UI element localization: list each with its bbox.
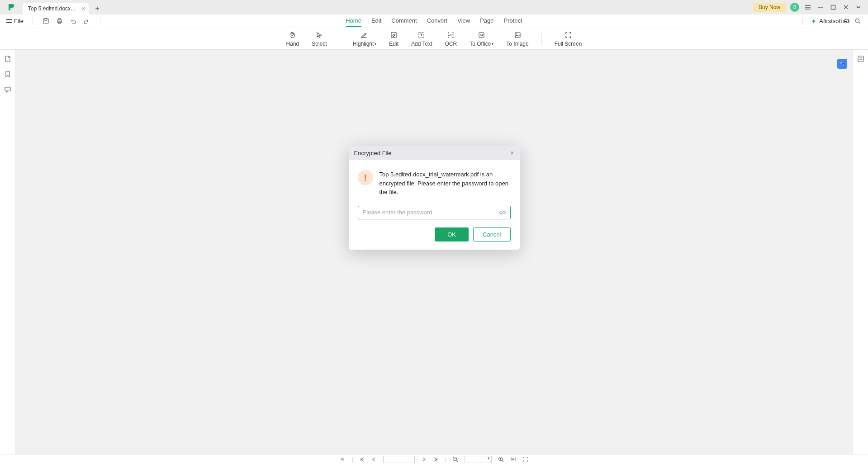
dialog-overlay: Encrypted File × ! Top 5.edited.docx_tri… [0,0,868,464]
dialog-header: Encrypted File × [349,146,520,160]
ok-button[interactable]: OK [435,227,469,241]
warning-icon: ! [358,170,373,185]
dialog-body: ! Top 5.edited.docx_trial_watermark.pdf … [349,160,520,227]
dialog-message: Top 5.edited.docx_trial_watermark.pdf is… [379,170,511,197]
dialog-footer: OK Cancel [349,227,520,250]
dialog-title: Encrypted File [354,150,392,156]
dialog-message-row: ! Top 5.edited.docx_trial_watermark.pdf … [358,170,511,197]
password-field-wrap [358,206,511,219]
dialog-close-icon[interactable]: × [510,149,514,156]
password-input[interactable] [358,206,511,219]
encrypted-file-dialog: Encrypted File × ! Top 5.edited.docx_tri… [349,146,520,250]
cancel-button[interactable]: Cancel [473,227,510,241]
eye-icon[interactable] [499,209,506,216]
